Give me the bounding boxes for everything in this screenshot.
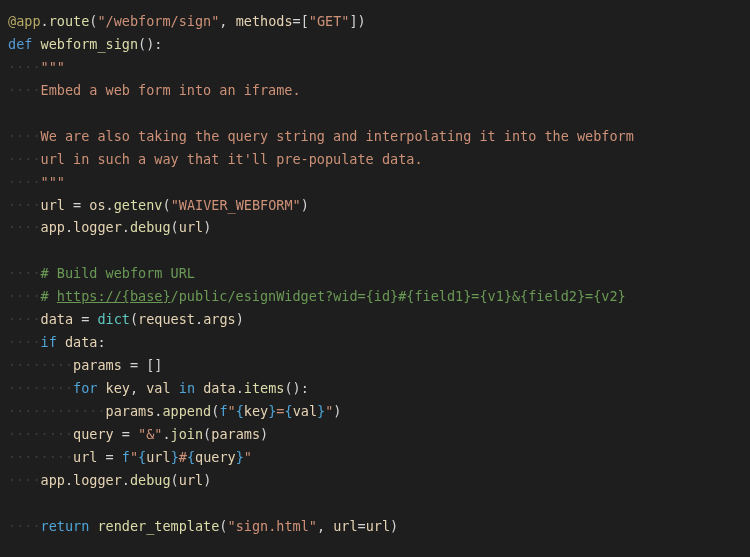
token: . (195, 311, 203, 327)
token: { (236, 403, 244, 419)
token: } (236, 449, 244, 465)
token: url (366, 518, 390, 534)
indent-guide: ···· (8, 265, 41, 281)
code-line: ····url in such a way that it'll pre-pop… (8, 148, 742, 171)
token: " (228, 403, 236, 419)
token: ) (203, 219, 211, 235)
token: params (211, 426, 260, 442)
indent-guide: ···· (8, 403, 41, 419)
token: for (73, 380, 97, 396)
token: " (130, 449, 138, 465)
code-line: @app.route("/webform/sign", methods=["GE… (8, 10, 742, 33)
token: items (244, 380, 285, 396)
code-line: ····""" (8, 56, 742, 79)
token: f (219, 403, 227, 419)
indent-guide: ···· (8, 128, 41, 144)
token: """ (41, 174, 65, 190)
code-line: ····Embed a web form into an iframe. (8, 79, 742, 102)
token: key (244, 403, 268, 419)
token: debug (130, 472, 171, 488)
token: def (8, 36, 41, 52)
indent-guide: ···· (73, 403, 106, 419)
indent-guide: ···· (8, 426, 41, 442)
token: ) (236, 311, 244, 327)
token: https://{base} (57, 288, 171, 304)
indent-guide: ···· (8, 334, 41, 350)
token: query (73, 426, 114, 442)
token: = (293, 13, 301, 29)
token: Embed a web form into an iframe. (41, 82, 301, 98)
token: : (97, 334, 105, 350)
token: key (106, 380, 130, 396)
indent-guide: ···· (8, 472, 41, 488)
token: { (284, 403, 292, 419)
token: data (65, 334, 98, 350)
indent-guide: ···· (8, 219, 41, 235)
indent-guide: ···· (8, 151, 41, 167)
token: # (41, 288, 57, 304)
token: logger (73, 219, 122, 235)
token: join (171, 426, 204, 442)
token: ( (171, 472, 179, 488)
token: app (41, 219, 65, 235)
token: url (179, 472, 203, 488)
token: . (106, 197, 114, 213)
indent-guide: ···· (8, 197, 41, 213)
code-line: ····app.logger.debug(url) (8, 469, 742, 492)
token (97, 380, 105, 396)
token: , (317, 518, 333, 534)
token: . (65, 219, 73, 235)
indent-guide: ···· (8, 288, 41, 304)
token: "WAIVER_WEBFORM" (171, 197, 301, 213)
token: , (219, 13, 235, 29)
token: [] (146, 357, 162, 373)
token: ( (171, 219, 179, 235)
token (171, 380, 179, 396)
token: ) (301, 197, 309, 213)
code-line: ········params = [] (8, 354, 742, 377)
code-line: ············params.append(f"{key}={val}"… (8, 400, 742, 423)
indent-guide: ···· (41, 449, 74, 465)
indent-guide: ···· (41, 380, 74, 396)
token: if (41, 334, 57, 350)
token: url (146, 449, 170, 465)
token: params (106, 403, 155, 419)
token: . (65, 472, 73, 488)
indent-guide: ···· (8, 59, 41, 75)
code-line: ····# Build webform URL (8, 262, 742, 285)
token: debug (130, 219, 171, 235)
token: route (49, 13, 90, 29)
token: url (41, 197, 65, 213)
token: . (162, 426, 170, 442)
indent-guide: ···· (8, 82, 41, 98)
code-block: @app.route("/webform/sign", methods=["GE… (8, 10, 742, 538)
token: = (65, 197, 89, 213)
token: . (236, 380, 244, 396)
token: = (358, 518, 366, 534)
token: val (293, 403, 317, 419)
code-line: ········query = "&".join(params) (8, 423, 742, 446)
token: url (179, 219, 203, 235)
token: f (122, 449, 130, 465)
indent-guide: ···· (8, 380, 41, 396)
token: ) (390, 518, 398, 534)
token: We are also taking the query string and … (41, 128, 634, 144)
token: dict (97, 311, 130, 327)
token: return (41, 518, 90, 534)
code-line (8, 492, 742, 515)
token (195, 380, 203, 396)
token: "GET" (309, 13, 350, 29)
indent-guide: ···· (8, 174, 41, 190)
code-line: ····app.logger.debug(url) (8, 216, 742, 239)
indent-guide: ···· (8, 357, 41, 373)
token: ) (260, 426, 268, 442)
code-line: ····data = dict(request.args) (8, 308, 742, 331)
token: ( (162, 197, 170, 213)
token: render_template (97, 518, 219, 534)
token: methods (236, 13, 293, 29)
token: (): (284, 380, 308, 396)
indent-guide: ···· (41, 426, 74, 442)
token: append (162, 403, 211, 419)
indent-guide: ···· (41, 357, 74, 373)
token: data (203, 380, 236, 396)
